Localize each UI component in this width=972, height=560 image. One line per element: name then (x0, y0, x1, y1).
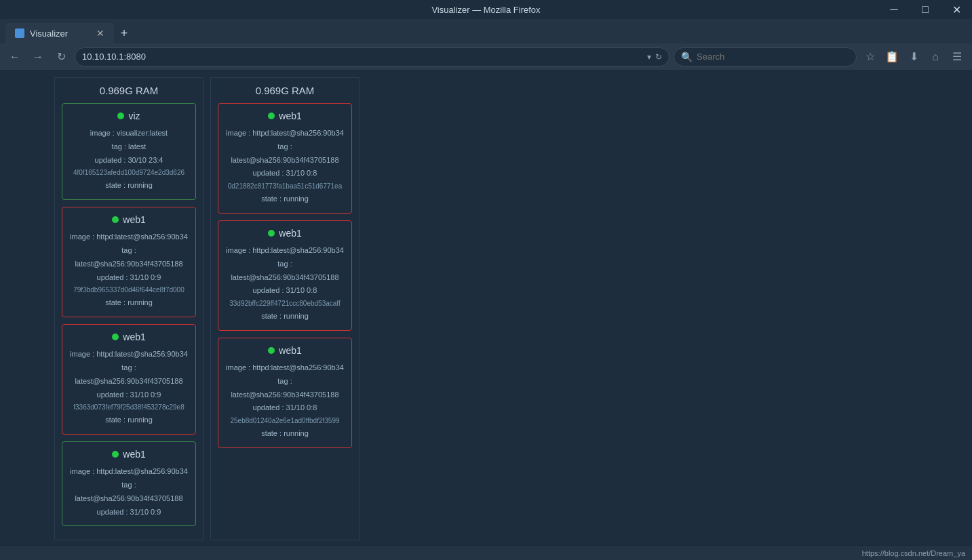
tab-bar: Visualizer ✕ + (0, 19, 972, 43)
service-info-1-0: image : httpd:latest@sha256:90b34 tag : … (225, 127, 345, 206)
service-updated-0-1: updated : 31/10 0:9 (69, 271, 189, 285)
node-column-0: 0.969G RAM viz image : visualizer:latest… (54, 77, 203, 540)
service-name-0-2: web1 (69, 332, 189, 342)
close-button[interactable]: ✕ (941, 0, 972, 19)
service-card-1-1: web1 image : httpd:latest@sha256:90b34 t… (218, 220, 352, 331)
home-button[interactable]: ⌂ (926, 47, 945, 66)
nav-icons: ☆ 📋 ⬇ ⌂ ☰ (861, 47, 967, 66)
status-dot-1-2 (268, 347, 275, 354)
service-card-1-2: web1 image : httpd:latest@sha256:90b34 t… (218, 338, 352, 448)
service-tag-0-3: tag : latest@sha256:90b34f43705188 (69, 479, 189, 506)
url-dropdown-arrow[interactable]: ▾ (647, 52, 651, 62)
url-bar[interactable]: 10.10.10.1:8080 ▾ ↻ (75, 47, 669, 66)
service-tag-0-1: tag : latest@sha256:90b34f43705188 (69, 244, 189, 271)
url-reload-icon[interactable]: ↻ (655, 52, 662, 62)
service-updated-0-2: updated : 31/10 0:9 (69, 388, 189, 402)
node-column-1: 0.969G RAM web1 image : httpd:latest@sha… (210, 77, 359, 540)
service-name-0-1: web1 (69, 214, 189, 225)
service-label-1-1: web1 (279, 228, 301, 239)
status-dot-0-1 (112, 216, 119, 223)
service-card-1-0: web1 image : httpd:latest@sha256:90b34 t… (218, 103, 352, 214)
service-state-1-2: state : running (225, 427, 345, 441)
url-text: 10.10.10.1:8080 (82, 52, 647, 62)
tab-close-button[interactable]: ✕ (96, 28, 104, 39)
service-updated-0-3: updated : 31/10 0:9 (69, 506, 189, 519)
window-title: Visualizer — Mozilla Firefox (431, 5, 540, 15)
window-controls: ─ □ ✕ (878, 0, 972, 19)
search-input[interactable] (697, 52, 849, 62)
back-button[interactable]: ← (5, 47, 24, 66)
service-state-0-1: state : running (69, 296, 189, 310)
service-card-0-0: viz image : visualizer:latest tag : late… (62, 103, 196, 200)
forward-button[interactable]: → (28, 47, 47, 66)
service-label-0-3: web1 (123, 449, 145, 460)
service-updated-1-0: updated : 31/10 0:8 (225, 167, 345, 180)
navigation-bar: ← → ↻ 10.10.10.1:8080 ▾ ↻ 🔍 ☆ 📋 ⬇ ⌂ ☰ (0, 43, 972, 71)
service-image-1-0: image : httpd:latest@sha256:90b34 (225, 127, 345, 140)
service-info-0-0: image : visualizer:latest tag : latest u… (69, 127, 189, 193)
download-button[interactable]: ⬇ (904, 47, 923, 66)
service-id-1-2: 25eb8d01240a2e6e1ad0ffbdf2f3599 (225, 415, 345, 427)
tab-label: Visualizer (30, 28, 68, 39)
column-0-ram: 0.969G RAM (62, 85, 196, 96)
service-id-1-1: 33d92bffc229ff4721ccc80ebd53acaff (225, 298, 345, 310)
service-updated-1-1: updated : 31/10 0:8 (225, 284, 345, 298)
service-info-0-3: image : httpd:latest@sha256:90b34 tag : … (69, 465, 189, 519)
service-state-1-0: state : running (225, 193, 345, 206)
service-label-0-0: viz (128, 111, 140, 121)
service-label-1-0: web1 (279, 111, 301, 121)
service-image-1-2: image : httpd:latest@sha256:90b34 (225, 361, 345, 375)
service-name-1-0: web1 (225, 111, 345, 121)
service-info-1-1: image : httpd:latest@sha256:90b34 tag : … (225, 244, 345, 323)
service-state-0-2: state : running (69, 414, 189, 427)
service-tag-1-1: tag : latest@sha256:90b34f43705188 (225, 258, 345, 285)
service-id-0-0: 4f0f165123afedd100d9724e2d3d626 (69, 167, 189, 179)
service-name-0-3: web1 (69, 449, 189, 460)
browser-tab-visualizer[interactable]: Visualizer ✕ (5, 23, 114, 43)
service-id-0-2: f3363d073fef79f25d38f453278c29e8 (69, 401, 189, 414)
menu-button[interactable]: ☰ (948, 47, 967, 66)
status-bar: https://blog.csdn.net/Dream_ya (0, 545, 972, 560)
service-info-0-2: image : httpd:latest@sha256:90b34 tag : … (69, 348, 189, 427)
status-dot-0-0 (117, 113, 124, 119)
service-info-0-1: image : httpd:latest@sha256:90b34 tag : … (69, 231, 189, 310)
service-name-1-2: web1 (225, 345, 345, 356)
service-info-1-2: image : httpd:latest@sha256:90b34 tag : … (225, 361, 345, 441)
main-content: 0.969G RAM viz image : visualizer:latest… (0, 71, 972, 545)
service-id-0-1: 79f3bdb965337d0d46f644ce8f7d000 (69, 284, 189, 296)
service-updated-0-0: updated : 30/10 23:4 (69, 154, 189, 167)
service-name-1-1: web1 (225, 228, 345, 239)
service-card-0-1: web1 image : httpd:latest@sha256:90b34 t… (62, 207, 196, 317)
service-tag-0-2: tag : latest@sha256:90b34f43705188 (69, 361, 189, 388)
reload-button[interactable]: ↻ (52, 47, 71, 66)
service-label-1-2: web1 (279, 345, 301, 356)
column-1-ram: 0.969G RAM (218, 85, 352, 96)
service-name-0-0: viz (69, 111, 189, 121)
service-state-1-1: state : running (225, 310, 345, 323)
service-image-1-1: image : httpd:latest@sha256:90b34 (225, 244, 345, 258)
page-inner: 0.969G RAM viz image : visualizer:latest… (54, 71, 918, 545)
service-image-0-2: image : httpd:latest@sha256:90b34 (69, 348, 189, 361)
bookmark-list-button[interactable]: 📋 (882, 47, 901, 66)
service-image-0-0: image : visualizer:latest (69, 127, 189, 140)
service-tag-1-2: tag : latest@sha256:90b34f43705188 (225, 375, 345, 402)
service-id-1-0: 0d21882c81773fa1baa51c51d6771ea (225, 180, 345, 193)
browser-window: Visualizer — Mozilla Firefox ─ □ ✕ Visua… (0, 0, 972, 560)
service-card-0-2: web1 image : httpd:latest@sha256:90b34 t… (62, 324, 196, 435)
title-bar: Visualizer — Mozilla Firefox ─ □ ✕ (0, 0, 972, 19)
bookmark-star-button[interactable]: ☆ (861, 47, 880, 66)
service-label-0-1: web1 (123, 214, 145, 225)
service-image-0-3: image : httpd:latest@sha256:90b34 (69, 465, 189, 479)
service-updated-1-2: updated : 31/10 0:8 (225, 401, 345, 415)
status-dot-0-3 (112, 451, 119, 458)
new-tab-button[interactable]: + (114, 23, 134, 43)
minimize-button[interactable]: ─ (878, 0, 910, 19)
service-tag-1-0: tag : latest@sha256:90b34f43705188 (225, 140, 345, 167)
search-bar[interactable]: 🔍 (674, 47, 857, 66)
tab-favicon (15, 28, 24, 38)
service-tag-0-0: tag : latest (69, 140, 189, 154)
restore-button[interactable]: □ (910, 0, 941, 19)
status-dot-1-1 (268, 230, 275, 237)
search-icon: 🔍 (681, 52, 693, 62)
status-dot-1-0 (268, 113, 275, 119)
